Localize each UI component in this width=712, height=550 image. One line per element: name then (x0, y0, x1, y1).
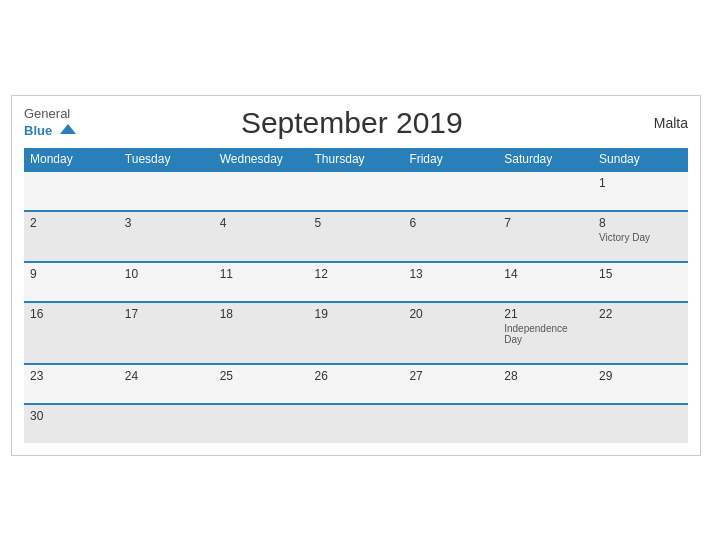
col-header-sunday: Sunday (593, 148, 688, 171)
calendar-cell (119, 404, 214, 443)
calendar-cell: 12 (309, 262, 404, 302)
calendar-cell: 15 (593, 262, 688, 302)
col-header-friday: Friday (403, 148, 498, 171)
holiday-label: Victory Day (599, 232, 682, 243)
day-number: 3 (125, 216, 208, 230)
day-number: 17 (125, 307, 208, 321)
logo-triangle-icon (60, 124, 76, 134)
calendar-cell: 3 (119, 211, 214, 262)
day-number: 28 (504, 369, 587, 383)
calendar-cell: 19 (309, 302, 404, 364)
calendar-container: General Blue September 2019 Malta Monday… (11, 95, 701, 456)
calendar-week-row: 30 (24, 404, 688, 443)
calendar-cell (119, 171, 214, 211)
calendar-cell: 28 (498, 364, 593, 404)
calendar-cell: 23 (24, 364, 119, 404)
day-number: 23 (30, 369, 113, 383)
calendar-cell (309, 171, 404, 211)
day-number: 5 (315, 216, 398, 230)
calendar-week-row: 1 (24, 171, 688, 211)
col-header-monday: Monday (24, 148, 119, 171)
calendar-cell (24, 171, 119, 211)
calendar-cell: 4 (214, 211, 309, 262)
day-number: 30 (30, 409, 113, 423)
day-number: 14 (504, 267, 587, 281)
day-number: 11 (220, 267, 303, 281)
day-number: 29 (599, 369, 682, 383)
calendar-header: General Blue September 2019 Malta (24, 106, 688, 140)
day-number: 15 (599, 267, 682, 281)
calendar-cell: 2 (24, 211, 119, 262)
calendar-table: MondayTuesdayWednesdayThursdayFridaySatu… (24, 148, 688, 443)
day-number: 18 (220, 307, 303, 321)
day-number: 24 (125, 369, 208, 383)
calendar-cell: 17 (119, 302, 214, 364)
calendar-cell (214, 404, 309, 443)
calendar-cell: 8Victory Day (593, 211, 688, 262)
calendar-week-row: 23242526272829 (24, 364, 688, 404)
calendar-cell: 11 (214, 262, 309, 302)
calendar-cell: 14 (498, 262, 593, 302)
logo-blue-text: Blue (24, 123, 52, 138)
day-number: 6 (409, 216, 492, 230)
calendar-week-row: 2345678Victory Day (24, 211, 688, 262)
day-number: 25 (220, 369, 303, 383)
calendar-cell: 18 (214, 302, 309, 364)
day-number: 27 (409, 369, 492, 383)
day-number: 1 (599, 176, 682, 190)
logo-blue-row: Blue (24, 121, 76, 139)
day-number: 21 (504, 307, 587, 321)
logo: General Blue (24, 107, 76, 139)
calendar-cell: 20 (403, 302, 498, 364)
day-number: 9 (30, 267, 113, 281)
calendar-cell: 5 (309, 211, 404, 262)
day-number: 19 (315, 307, 398, 321)
calendar-cell (498, 171, 593, 211)
calendar-cell: 7 (498, 211, 593, 262)
day-number: 22 (599, 307, 682, 321)
calendar-cell: 22 (593, 302, 688, 364)
calendar-cell: 16 (24, 302, 119, 364)
calendar-header-row: MondayTuesdayWednesdayThursdayFridaySatu… (24, 148, 688, 171)
col-header-saturday: Saturday (498, 148, 593, 171)
calendar-country: Malta (628, 115, 688, 131)
calendar-cell: 30 (24, 404, 119, 443)
day-number: 8 (599, 216, 682, 230)
calendar-cell: 9 (24, 262, 119, 302)
day-number: 7 (504, 216, 587, 230)
day-number: 12 (315, 267, 398, 281)
calendar-title: September 2019 (76, 106, 628, 140)
day-number: 2 (30, 216, 113, 230)
calendar-cell: 6 (403, 211, 498, 262)
col-header-thursday: Thursday (309, 148, 404, 171)
calendar-cell (593, 404, 688, 443)
calendar-cell: 27 (403, 364, 498, 404)
day-number: 20 (409, 307, 492, 321)
calendar-cell (214, 171, 309, 211)
day-number: 26 (315, 369, 398, 383)
calendar-cell: 10 (119, 262, 214, 302)
logo-general: General (24, 107, 76, 121)
calendar-cell: 25 (214, 364, 309, 404)
calendar-cell: 26 (309, 364, 404, 404)
calendar-cell (498, 404, 593, 443)
calendar-cell (403, 404, 498, 443)
col-header-tuesday: Tuesday (119, 148, 214, 171)
calendar-week-row: 161718192021Independence Day22 (24, 302, 688, 364)
day-number: 16 (30, 307, 113, 321)
calendar-cell: 1 (593, 171, 688, 211)
day-number: 13 (409, 267, 492, 281)
calendar-cell: 13 (403, 262, 498, 302)
calendar-cell (403, 171, 498, 211)
calendar-cell: 24 (119, 364, 214, 404)
col-header-wednesday: Wednesday (214, 148, 309, 171)
day-number: 4 (220, 216, 303, 230)
calendar-cell (309, 404, 404, 443)
holiday-label: Independence Day (504, 323, 587, 345)
day-number: 10 (125, 267, 208, 281)
calendar-cell: 21Independence Day (498, 302, 593, 364)
calendar-cell: 29 (593, 364, 688, 404)
calendar-week-row: 9101112131415 (24, 262, 688, 302)
